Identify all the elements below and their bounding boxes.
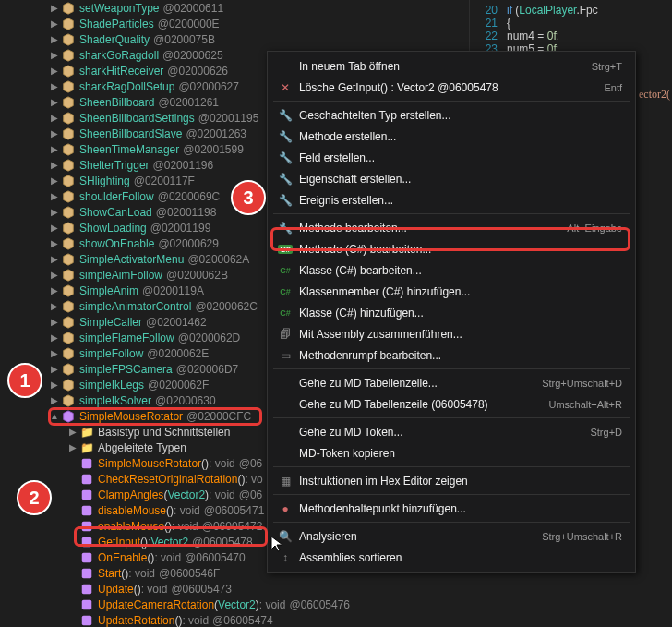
menu-item[interactable]: ●Methodenhaltepunkt hinzufügen...: [268, 498, 635, 519]
menu-icon: ▭: [275, 349, 295, 362]
tree-node[interactable]: ▶ShadeParticles@0200000E: [0, 16, 462, 31]
menu-item[interactable]: 🔧Methode erstellen...: [268, 126, 635, 147]
callout-1: 1: [7, 363, 42, 398]
menu-item[interactable]: Gehe zu MD Token...Strg+D: [268, 421, 635, 442]
line-number: 20: [474, 4, 507, 17]
menu-icon: 🔧: [275, 173, 295, 186]
menu-item[interactable]: ↕Assemblies sortieren: [268, 547, 635, 568]
menu-item[interactable]: Gehe zu MD Tabellenzeile...Strg+Umschalt…: [268, 372, 635, 393]
menu-item[interactable]: C#Klasse (C#) bearbeiten...: [268, 259, 635, 281]
menu-item[interactable]: ▭Methodenrumpf bearbeiten...: [268, 344, 635, 366]
svg-rect-7: [82, 568, 92, 578]
menu-icon: 🔧: [275, 151, 295, 164]
svg-rect-2: [82, 489, 92, 500]
menu-item[interactable]: ▦Instruktionen im Hex Editor zeigen: [268, 470, 635, 491]
mouse-cursor-icon: [270, 536, 285, 555]
menu-separator: [273, 522, 630, 523]
callout-3: 3: [231, 180, 266, 215]
menu-separator: [273, 417, 630, 418]
menu-item[interactable]: 🔧Geschachtelten Typ erstellen...: [268, 104, 635, 126]
menu-icon: 🔧: [275, 222, 295, 235]
menu-item[interactable]: C#Klasse (C#) hinzufügen...: [268, 302, 635, 323]
menu-icon: 🔧: [275, 109, 295, 122]
menu-item[interactable]: Gehe zu MD Tabellenzeile (06005478)Umsch…: [268, 393, 635, 415]
svg-rect-1: [82, 474, 92, 484]
menu-item[interactable]: C#Klassenmember (C#) hinzufügen...: [268, 281, 635, 302]
menu-separator: [273, 368, 630, 369]
menu-item[interactable]: C#Methode (C#) bearbeiten...: [268, 238, 635, 259]
context-menu: In neuem Tab öffnenStrg+T✕Lösche GetInpu…: [267, 51, 636, 573]
tree-method[interactable]: UpdateCameraRotation(Vector2) : void@060…: [0, 597, 462, 612]
menu-separator: [273, 213, 630, 214]
menu-icon: ●: [275, 502, 295, 515]
menu-icon: ▦: [275, 475, 295, 488]
svg-rect-8: [82, 584, 92, 594]
menu-item[interactable]: 🔧Ereignis erstellen...: [268, 189, 635, 211]
menu-icon: C#: [275, 266, 295, 275]
menu-separator: [273, 494, 630, 495]
menu-separator: [273, 101, 630, 102]
menu-icon: 🔧: [275, 194, 295, 207]
menu-icon: C#: [275, 245, 295, 254]
menu-item[interactable]: 🔧Feld erstellen...: [268, 147, 635, 168]
menu-item[interactable]: 🔧Eigenschaft erstellen...: [268, 168, 635, 189]
svg-rect-0: [82, 458, 92, 468]
menu-item[interactable]: ✕Lösche GetInput() : Vector2 @06005478En…: [268, 77, 635, 98]
menu-separator: [273, 466, 630, 467]
menu-item[interactable]: 🔧Methode bearbeiten...Alt+Eingabe: [268, 217, 635, 238]
menu-item[interactable]: MD-Token kopieren: [268, 442, 635, 464]
svg-rect-9: [82, 599, 92, 609]
menu-icon: 🔧: [275, 130, 295, 143]
svg-rect-4: [82, 521, 92, 531]
svg-rect-6: [82, 552, 92, 562]
tree-node[interactable]: ▶ShaderQuality@0200075B: [0, 31, 462, 47]
menu-icon: C#: [275, 308, 295, 318]
callout-2: 2: [17, 480, 52, 515]
menu-icon: C#: [275, 287, 295, 296]
tree-method[interactable]: UpdateRotation() : void@06005474: [0, 612, 462, 627]
tree-label: SimpleMouseRotator: [79, 410, 183, 423]
menu-icon: ✕: [275, 81, 295, 94]
svg-rect-3: [82, 505, 92, 515]
menu-item[interactable]: In neuem Tab öffnenStrg+T: [268, 55, 635, 77]
menu-icon: 🗐: [275, 328, 295, 341]
menu-item[interactable]: 🔍AnalysierenStrg+Umschalt+R: [268, 525, 635, 547]
tree-node[interactable]: ▶setWeaponType@02000611: [0, 0, 462, 16]
tree-method[interactable]: Update() : void@06005473: [0, 581, 462, 597]
svg-rect-5: [82, 537, 92, 547]
svg-rect-10: [82, 615, 92, 625]
menu-item[interactable]: 🗐Mit Assembly zusammenführen...: [268, 323, 635, 344]
code-stray: ector2(: [639, 88, 670, 102]
